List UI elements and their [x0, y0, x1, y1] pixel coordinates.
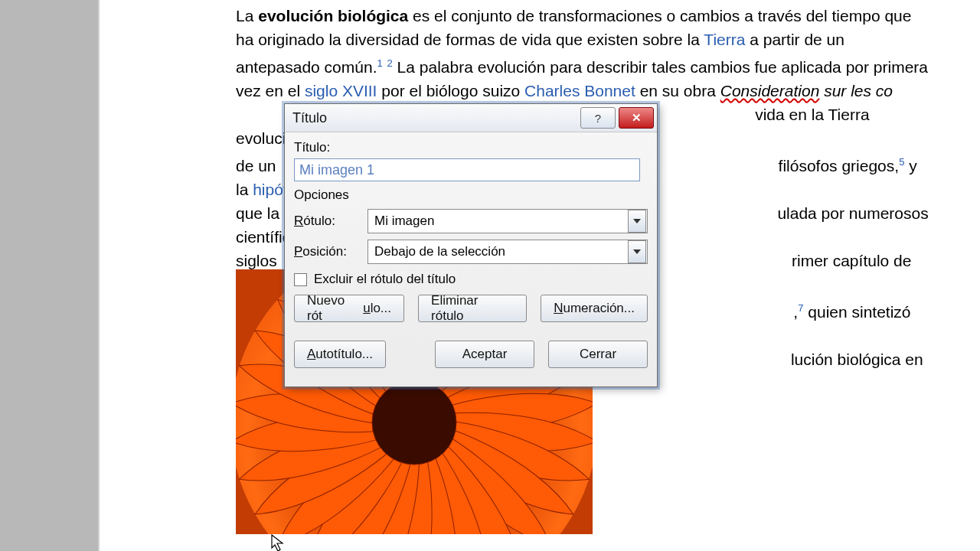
- footnote-ref[interactable]: 1: [377, 57, 382, 69]
- text-italic: sur les co: [819, 82, 893, 99]
- exclude-label-text: Excluir el rótulo del título: [314, 272, 456, 287]
- cursor-icon: [271, 534, 286, 551]
- chevron-down-icon[interactable]: [628, 240, 646, 263]
- text: de un: [236, 157, 280, 174]
- numeracion-button[interactable]: Numeración...: [541, 295, 648, 322]
- link-bonnet[interactable]: Charles Bonnet: [524, 82, 635, 99]
- text-bold: evolución biológica: [258, 7, 408, 24]
- dialog-titlebar[interactable]: Título ? ✕: [285, 104, 657, 132]
- section-opciones: Opciones: [294, 187, 648, 203]
- label-rotulo: Rótulo:: [294, 214, 368, 229]
- question-icon: ?: [595, 112, 601, 125]
- text: que la: [236, 204, 284, 222]
- autotitulo-button[interactable]: Autotítulo...: [294, 341, 386, 368]
- footnote-ref[interactable]: 2: [387, 57, 393, 69]
- link-siglo[interactable]: siglo XVIII: [305, 82, 377, 99]
- text: filósofos griegos,: [774, 157, 899, 174]
- paper-edge: [98, 0, 130, 551]
- svg-point-2: [372, 380, 456, 465]
- close-button[interactable]: ✕: [619, 107, 654, 129]
- eliminar-rotulo-button[interactable]: Eliminar rótulo: [418, 295, 527, 322]
- text: La: [236, 7, 258, 24]
- text-italic-spellflag: Consideration: [720, 82, 820, 99]
- label-titulo: Título:: [294, 140, 648, 155]
- aceptar-button[interactable]: Aceptar: [435, 341, 534, 368]
- text: siglos: [236, 252, 277, 269]
- caption-dialog: Título ? ✕ Título: Opciones Rótulo: Mi i…: [284, 103, 658, 387]
- nuevo-rotulo-button[interactable]: Nuevo rótulo...: [294, 295, 404, 322]
- page-margin: [0, 0, 98, 551]
- posicion-combo[interactable]: Debajo de la selección: [368, 240, 648, 264]
- cerrar-button[interactable]: Cerrar: [548, 341, 648, 368]
- text: por el biólogo suizo: [377, 82, 524, 99]
- text: en su obra: [635, 82, 720, 99]
- exclude-label-checkbox[interactable]: [294, 273, 307, 286]
- posicion-value: Debajo de la selección: [368, 244, 628, 259]
- link-tierra[interactable]: Tierra: [704, 31, 745, 48]
- help-button[interactable]: ?: [580, 107, 616, 129]
- close-icon: ✕: [632, 111, 642, 125]
- label-posicion: Posición:: [294, 244, 368, 259]
- titulo-input[interactable]: [294, 158, 640, 181]
- dialog-title: Título: [292, 110, 327, 126]
- rotulo-value: Mi imagen: [368, 214, 628, 229]
- rotulo-combo[interactable]: Mi imagen: [368, 209, 648, 233]
- chevron-down-icon[interactable]: [628, 210, 646, 233]
